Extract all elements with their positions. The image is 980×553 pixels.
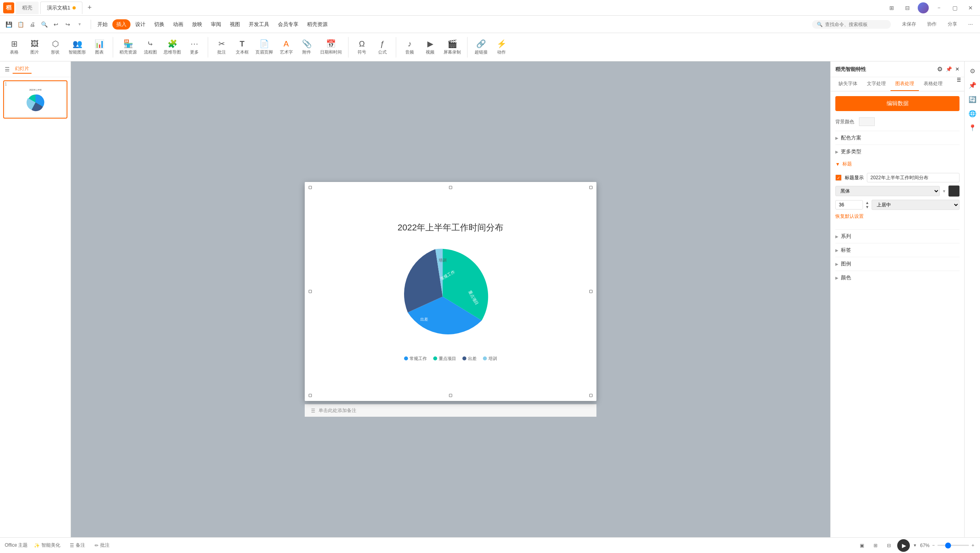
tab-presentation[interactable]: 演示文稿1 (40, 2, 82, 14)
unsaved-btn[interactable]: 未保存 (898, 19, 920, 29)
menu-view[interactable]: 视图 (226, 19, 244, 30)
menu-transition[interactable]: 切换 (150, 19, 168, 30)
handle-ml[interactable] (309, 290, 312, 293)
save-icon[interactable]: 💾 (3, 19, 14, 30)
smart-beautify-btn[interactable]: ✨ 智能美化 (31, 541, 63, 550)
section-color[interactable]: ▶ 颜色 (835, 271, 960, 284)
user-avatar-btn[interactable] (917, 2, 930, 13)
toolbar-header-footer[interactable]: 📄 页眉页脚 (253, 37, 275, 57)
window-grid[interactable]: ⊟ (901, 2, 914, 13)
toolbar-action[interactable]: ⚡ 动作 (492, 37, 511, 57)
tab-daoke[interactable]: 稻壳 (16, 2, 39, 14)
zoom-in-icon[interactable]: ＋ (971, 542, 975, 549)
search-box[interactable]: 🔍 (812, 20, 891, 29)
toolbar-video[interactable]: ▶ 视频 (421, 37, 440, 57)
toolbar-mindmap[interactable]: 🧩 思维导图 (161, 37, 183, 57)
toolbar-table[interactable]: ⊞ 表格 (5, 37, 24, 57)
toolbar-symbol[interactable]: Ω 符号 (352, 38, 371, 57)
toolbar-comment[interactable]: ✂ 批注 (212, 37, 231, 57)
slide-canvas[interactable]: 2022年上半年工作时间分布 常规工作 重点项目 出差 培训 (305, 182, 596, 401)
section-series[interactable]: ▶ 系列 (835, 229, 960, 243)
toolbar-wordart[interactable]: A 艺术字 (277, 38, 296, 57)
menu-insert[interactable]: 插入 (112, 19, 130, 30)
menu-developer[interactable]: 开发工具 (245, 19, 273, 30)
section-title-header[interactable]: ▼ 标题 (835, 158, 960, 170)
add-tab-button[interactable]: + (84, 2, 95, 13)
vert-icon-3[interactable]: 🔄 (966, 93, 979, 106)
redo-icon[interactable]: ↪ (62, 19, 73, 30)
zoom-out-icon[interactable]: － (931, 542, 936, 549)
slides-tab[interactable]: 幻灯片 (13, 65, 32, 74)
section-legend[interactable]: ▶ 图例 (835, 257, 960, 271)
search-input[interactable] (825, 22, 886, 27)
toolbar-screen-record[interactable]: 🎬 屏幕录制 (441, 37, 463, 57)
pin-icon[interactable]: 📌 (946, 66, 952, 72)
font-color-picker[interactable] (948, 186, 960, 197)
toolbar-attachment[interactable]: 📎 附件 (297, 37, 316, 57)
toolbar-audio[interactable]: ♪ 音频 (400, 38, 419, 57)
window-options[interactable]: ⊞ (885, 2, 898, 13)
toolbar-chart[interactable]: 📊 图表 (90, 37, 109, 57)
menu-start[interactable]: 开始 (93, 19, 112, 30)
handle-tl[interactable] (309, 186, 312, 189)
handle-mr[interactable] (589, 290, 592, 293)
reader-view-btn[interactable]: ⊟ (884, 542, 894, 549)
restore-defaults-btn[interactable]: 恢复默认设置 (835, 213, 864, 219)
print-icon[interactable]: 🖨 (27, 19, 38, 30)
undo-arrow-icon[interactable]: ▼ (74, 19, 85, 30)
tab-text-process[interactable]: 文字处理 (862, 77, 891, 91)
menu-slideshow[interactable]: 放映 (188, 19, 206, 30)
edit-data-button[interactable]: 编辑数据 (835, 96, 960, 111)
font-size-input[interactable] (835, 200, 863, 210)
toolbar-formula[interactable]: ƒ 公式 (373, 38, 392, 57)
handle-tm[interactable] (449, 186, 452, 189)
play-arrow-icon[interactable]: ▼ (913, 543, 917, 547)
tab-table-process[interactable]: 表格处理 (919, 77, 947, 91)
share-btn[interactable]: 分享 (944, 19, 961, 29)
toolbar-hyperlink[interactable]: 🔗 超链接 (471, 37, 490, 57)
handle-tr[interactable] (589, 186, 592, 189)
size-up-icon[interactable]: ▲▼ (865, 200, 869, 209)
tab-chart-process[interactable]: 图表处理 (891, 77, 919, 91)
menu-design[interactable]: 设计 (131, 19, 149, 30)
menu-animation[interactable]: 动画 (169, 19, 187, 30)
settings-icon[interactable]: ⚙ (937, 65, 943, 73)
menu-review[interactable]: 审阅 (207, 19, 225, 30)
more-btn[interactable]: ⋯ (964, 20, 977, 29)
slide-thumbnail-1[interactable]: 1 2022年上半年 (3, 80, 67, 119)
comment-placeholder[interactable]: 单击此处添加备注 (319, 407, 356, 414)
show-title-checkbox[interactable]: ✓ (835, 174, 842, 181)
toolbar-shape[interactable]: ⬡ 形状 (46, 37, 65, 57)
section-color-scheme[interactable]: ▶ 配色方案 (835, 131, 960, 145)
vert-icon-5[interactable]: 📍 (966, 121, 979, 134)
toolbar-picture[interactable]: 🖼 图片 (25, 38, 44, 57)
vert-icon-4[interactable]: 🌐 (966, 107, 979, 120)
copy-icon[interactable]: 📋 (15, 19, 26, 30)
handle-bl[interactable] (309, 394, 312, 397)
maximize-button[interactable]: ▢ (948, 2, 961, 13)
menu-daoke-resources[interactable]: 稻壳资源 (303, 19, 332, 30)
zoom-slider[interactable] (937, 545, 969, 546)
font-selector[interactable]: 黑体 (835, 186, 940, 196)
more-tabs-icon[interactable]: ☰ (957, 77, 961, 91)
left-icon-menu[interactable]: ☰ (3, 65, 11, 73)
toolbar-textbox[interactable]: T 文本框 (233, 38, 252, 57)
handle-br[interactable] (589, 394, 592, 397)
toolbar-flowchart[interactable]: ⤷ 流程图 (141, 37, 160, 57)
toolbar-smartart[interactable]: 👥 智能图形 (66, 37, 88, 57)
alignment-selector[interactable]: 上居中 (872, 200, 960, 210)
title-text-input[interactable] (867, 173, 960, 182)
toolbar-datetime[interactable]: 📅 日期和时间 (318, 37, 344, 57)
collaborate-btn[interactable]: 协作 (923, 19, 941, 29)
background-color-picker[interactable] (859, 117, 875, 126)
comments-btn[interactable]: ✏ 批注 (91, 541, 113, 550)
minimize-button[interactable]: － (933, 2, 945, 13)
search-menu-icon[interactable]: 🔍 (39, 19, 50, 30)
section-tags[interactable]: ▶ 标签 (835, 243, 960, 257)
undo-icon[interactable]: ↩ (50, 19, 61, 30)
handle-bm[interactable] (449, 394, 452, 397)
toolbar-more[interactable]: ⋯ 更多 (185, 37, 204, 57)
notes-btn[interactable]: ☰ 备注 (67, 541, 88, 550)
vert-icon-2[interactable]: 📌 (966, 79, 979, 91)
section-more-types[interactable]: ▶ 更多类型 (835, 145, 960, 158)
